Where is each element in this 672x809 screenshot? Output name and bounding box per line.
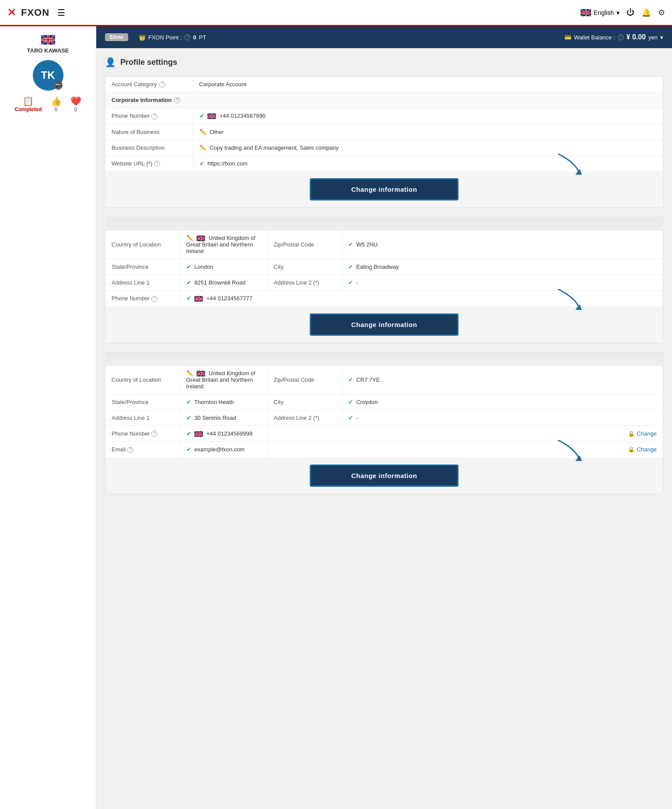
phone-help-icon[interactable]: ?	[151, 113, 158, 120]
email-check-icon: ✔	[186, 446, 191, 453]
sidebar-username: TARO KAWASE	[27, 47, 69, 54]
nature-business-label: Nature of Business	[112, 129, 160, 135]
language-arrow-icon: ▾	[616, 9, 620, 16]
country-row-1: Country of Location ✏️	[105, 230, 663, 259]
logo-x-icon: ✕	[7, 6, 17, 19]
change-info-area-2: Change information	[105, 306, 663, 343]
avatar-camera-button[interactable]: 📷	[54, 81, 63, 90]
state-value-text-2: Thornton Heath	[194, 399, 234, 405]
address1-row-2: Address Line 1 ✔ 30 Seninis Road Address…	[105, 410, 663, 426]
city-check-icon-2: ✔	[348, 399, 353, 405]
language-selector[interactable]: English ▾	[581, 9, 620, 16]
nature-business-label-cell: Nature of Business	[105, 124, 193, 140]
country-value-2: ✏️ United Kingdom of Great Britain and N…	[180, 366, 267, 394]
phone-change-cell-s3: 🔒 Change	[267, 426, 663, 442]
state-check-icon-1: ✔	[186, 264, 191, 270]
phone-change-button-s3[interactable]: 🔒 Change	[628, 430, 657, 437]
phone-help-icon-s3[interactable]: ?	[151, 431, 158, 437]
address1-label-2: Address Line 1	[105, 410, 180, 426]
address1-check-icon-1: ✔	[186, 279, 191, 286]
change-info-button-3[interactable]: Change information	[310, 464, 458, 487]
website-help-icon[interactable]: ?	[154, 161, 160, 167]
address1-label-1: Address Line 1	[105, 275, 180, 291]
address2-label-1: Address Line 2 (*)	[267, 275, 342, 291]
language-label: English	[594, 9, 614, 16]
notifications-button[interactable]: 🔔	[641, 8, 651, 18]
business-desc-label-cell: Business Description	[105, 140, 193, 155]
phone-help-icon-s2[interactable]: ?	[151, 296, 158, 302]
phone-label-text-s3: Phone Number	[112, 430, 150, 437]
corporate-info-help-icon[interactable]: ?	[174, 97, 180, 103]
sidebar: TARO KAWASE TK 📷 📋 Completed 👍 0 ❤️ 0	[0, 26, 96, 809]
main-layout: TARO KAWASE TK 📷 📋 Completed 👍 0 ❤️ 0	[0, 26, 672, 809]
nature-pencil-icon: ✏️	[200, 129, 206, 135]
address1-value-2: ✔ 30 Seninis Road	[180, 410, 267, 426]
phone-check-icon: ✔	[200, 113, 204, 119]
country-location-label-1: Country of Location	[112, 241, 161, 248]
address-line1-label-2: Address Line 1	[112, 415, 150, 421]
business-desc-value: Copy trading and EA management, Sales co…	[210, 144, 339, 151]
email-value: ✔ example@fxon.com	[180, 442, 267, 457]
change-info-button-2[interactable]: Change information	[310, 313, 458, 336]
city-check-icon-1: ✔	[348, 264, 353, 270]
phone-label-s3: Phone Number ?	[105, 426, 180, 442]
corporate-info-label: Corporate Information	[112, 97, 172, 103]
corporate-info-card: Account Category ? Corporate Account Cor…	[105, 76, 663, 208]
profile-content: 👤 Profile settings Account Category ? Co…	[96, 48, 672, 809]
account-category-help-icon[interactable]: ?	[159, 81, 165, 88]
country-label-1: Country of Location	[105, 230, 180, 259]
email-change-button[interactable]: 🔒 Change	[628, 446, 657, 453]
likes-count: 0	[55, 106, 58, 113]
address2-check-icon-2: ✔	[348, 415, 353, 421]
heart-icon: ❤️	[70, 96, 81, 106]
phone-flag-icon-s3	[194, 431, 203, 437]
zip-code-label-2: Zip/Postal Code	[274, 376, 315, 383]
phone-check-icon-s3: ✔	[186, 430, 191, 437]
balance-arrow-icon: ▾	[660, 34, 663, 41]
city-label-text-1: City	[274, 264, 284, 270]
arrow-icon-1	[523, 154, 593, 176]
phone-row-2: Phone Number ? ✔	[105, 426, 663, 442]
hearts-stat: ❤️ 0	[70, 96, 81, 113]
phone-label-text-s2: Phone Number	[112, 295, 150, 302]
nature-business-value: Other	[210, 129, 224, 135]
lock-icon-phone: 🔒	[628, 430, 635, 437]
change-info-area-1: Change information	[105, 171, 663, 208]
zip-code-value-2: CR7 7YE	[356, 376, 380, 383]
country-pencil-icon-1: ✏️	[186, 235, 193, 241]
settings-button[interactable]: ⚙	[658, 8, 665, 18]
logo-text: FXON	[21, 7, 49, 18]
country-flag-icon-1	[196, 236, 205, 241]
phone-check-icon-s2: ✔	[186, 295, 191, 302]
address-line2-label-2: Address Line 2 (*)	[274, 415, 319, 421]
website-url-value: https://fxon.com	[207, 160, 248, 167]
zip-code-value-1: W5 2NU	[356, 241, 378, 248]
city-label-text-2: City	[274, 399, 284, 405]
website-url-label: Website URL (*)	[112, 160, 152, 167]
sidebar-stats: 📋 Completed 👍 0 ❤️ 0	[14, 96, 81, 113]
phone-number-label: Phone Number	[112, 113, 150, 119]
power-button[interactable]: ⏻	[626, 8, 634, 17]
hamburger-button[interactable]: ☰	[57, 7, 65, 18]
document-icon: 📋	[23, 96, 34, 106]
camera-icon: 📷	[55, 83, 61, 88]
uk-flag-icon	[581, 9, 591, 16]
state-label-1: State/Province	[105, 259, 180, 275]
email-label-text: Email	[112, 446, 126, 453]
top-nav-right: English ▾ ⏻ 🔔 ⚙	[581, 8, 665, 18]
state-row-1: State/Province ✔ London City ✔	[105, 259, 663, 275]
person-icon: 👤	[105, 57, 116, 67]
top-navigation: ✕ FXON ☰ English ▾ ⏻ 🔔 ⚙	[0, 0, 672, 26]
wallet-help-icon[interactable]: ?	[618, 34, 624, 40]
fxon-point-help-icon[interactable]: ?	[184, 34, 190, 40]
wallet-icon: 💳	[564, 34, 571, 41]
hearts-count: 0	[74, 106, 77, 113]
change-info-button-1[interactable]: Change information	[310, 178, 458, 200]
account-category-value: Corporate Account	[193, 77, 663, 92]
wallet-balance-item: 💳 Wallet Balance : ? ¥ 0.00 yen ▾	[564, 33, 663, 41]
phone-value-s3: ✔ +44 01234569999	[180, 426, 267, 442]
page-title: 👤 Profile settings	[105, 57, 663, 67]
address2-label-2: Address Line 2 (*)	[267, 410, 342, 426]
phone-number-value: +44 01234567890	[220, 113, 266, 119]
email-help-icon[interactable]: ?	[127, 447, 133, 453]
